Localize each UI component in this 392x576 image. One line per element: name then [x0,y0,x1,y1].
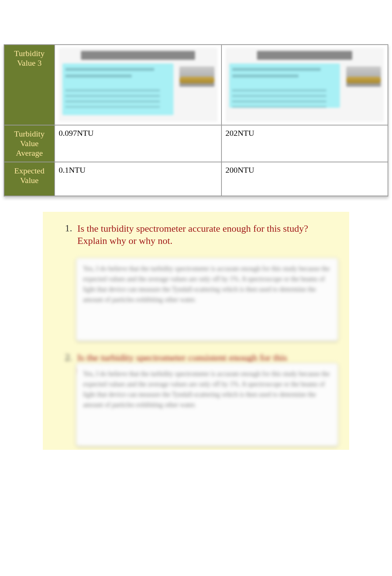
cell-r3-c2: 200NTU [221,162,388,196]
answer-text: Yes, I do believe that the turbidity spe… [83,264,331,305]
label-text: Turbidity Value Average [14,129,44,158]
label-text: Expected Value [14,166,45,185]
answer-box-1[interactable]: Yes, I do believe that the turbidity spe… [76,258,338,341]
answer-text: Yes, I do believe that the turbidity spe… [83,369,331,410]
row-label-turbidity-value-average: Turbidity Value Average [4,125,55,162]
cell-r3-c1: 0.1NTU [55,162,221,196]
cell-r2-c2: 202NTU [221,125,388,162]
screenshot-thumbnail-1 [59,48,217,122]
question-number: 2. [65,352,72,363]
cell-r1-c2 [221,45,388,125]
question-text: Is the turbidity spectrometer accurate e… [78,223,310,247]
data-table: Turbidity Value 3 [4,44,388,197]
cell-r1-c1 [55,45,221,125]
row-label-expected-value: Expected Value [4,162,55,196]
label-text: Turbidity Value 3 [14,49,44,68]
answer-box-2[interactable]: Yes, I do believe that the turbidity spe… [76,363,338,446]
question-number: 1. [65,223,72,234]
screenshot-thumbnail-2 [226,48,384,122]
cell-r2-c1: 0.097NTU [55,125,221,162]
question-1: 1. Is the turbidity spectrometer accurat… [54,223,338,341]
row-label-turbidity-value-3: Turbidity Value 3 [4,45,55,125]
